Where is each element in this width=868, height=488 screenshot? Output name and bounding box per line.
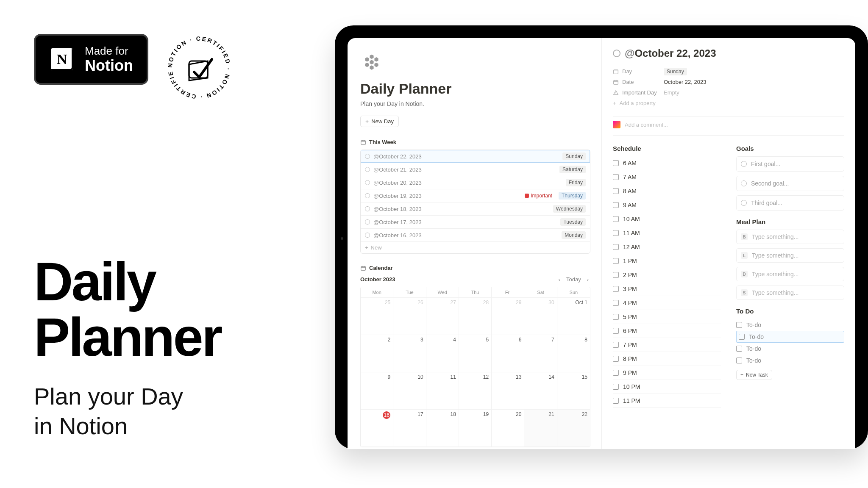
add-property-button[interactable]: +Add a property [613,98,844,108]
calendar-cell[interactable]: 7 [524,335,557,372]
goal-row[interactable]: Third goal... [736,195,844,211]
calendar-cell[interactable]: 22 [557,410,590,447]
schedule-row[interactable]: 1 PM [613,254,721,268]
meal-row[interactable]: BType something... [736,230,844,244]
calendar-cell[interactable]: 26 [393,298,426,335]
calendar-cell[interactable]: 9 [361,372,393,410]
calendar-cell[interactable]: 13 [492,372,524,410]
new-day-button[interactable]: +New Day [360,116,399,127]
week-row[interactable]: @October 18, 2023Wednesday [361,202,590,216]
calendar-cell[interactable]: 15 [557,372,590,410]
property-date[interactable]: Date October 22, 2023 [613,77,844,87]
checkbox-icon[interactable] [613,300,619,306]
goal-row[interactable]: First goal... [736,156,844,172]
meal-row[interactable]: DType something... [736,267,844,281]
calendar-cell[interactable]: 30 [524,298,557,335]
calendar-cell[interactable]: 10 [393,372,426,410]
add-comment-input[interactable]: Add a comment... [613,116,844,136]
checkbox-icon[interactable] [613,258,619,264]
calendar-cell[interactable]: 4 [426,335,459,372]
checkbox-icon[interactable] [613,370,619,376]
calendar-cell[interactable]: 5 [459,335,492,372]
schedule-row[interactable]: 10 PM [613,380,721,394]
todo-row[interactable]: To-do [736,355,844,366]
schedule-row[interactable]: 2 PM [613,268,721,282]
schedule-row[interactable]: 8 AM [613,184,721,198]
schedule-row[interactable]: 9 AM [613,198,721,212]
week-row[interactable]: @October 19, 2023ImportantThursday [361,189,590,202]
checkbox-icon[interactable] [613,216,619,222]
calendar-cell[interactable]: 2 [361,335,393,372]
calendar-cell[interactable]: 11 [426,372,459,410]
new-task-button[interactable]: +New Task [736,370,772,380]
calendar-today-button[interactable]: Today [566,276,581,283]
schedule-row[interactable]: 7 PM [613,338,721,352]
schedule-row[interactable]: 3 PM [613,282,721,296]
property-day[interactable]: Day Sunday [613,66,844,77]
calendar-cell[interactable]: 12 [459,372,492,410]
checkbox-icon[interactable] [613,356,619,362]
calendar-next-button[interactable]: › [585,275,590,283]
property-important-day[interactable]: Important Day Empty [613,87,844,98]
checkbox-icon[interactable] [613,174,619,180]
todo-row[interactable]: To-do [736,319,844,331]
meal-row[interactable]: LType something... [736,248,844,263]
checkbox-icon[interactable] [613,398,619,404]
week-row[interactable]: @October 16, 2023Monday [361,229,590,242]
schedule-row[interactable]: 4 PM [613,296,721,310]
checkbox-icon[interactable] [613,160,619,166]
checkbox-icon[interactable] [613,202,619,208]
new-row-button[interactable]: +New [361,242,590,253]
goal-row[interactable]: Second goal... [736,176,844,191]
calendar-cell[interactable]: 27 [426,298,459,335]
checkbox-icon[interactable] [736,358,742,363]
schedule-row[interactable]: 8 PM [613,352,721,366]
checkbox-icon[interactable] [736,346,742,352]
checkbox-icon[interactable] [613,328,619,334]
schedule-row[interactable]: 9 PM [613,366,721,380]
calendar-cell[interactable]: 19 [459,410,492,447]
calendar-cell[interactable]: 25 [361,298,393,335]
todo-row[interactable]: To-do [736,343,844,355]
meal-row[interactable]: SType something... [736,286,844,300]
checkbox-icon[interactable] [739,334,745,340]
week-row[interactable]: @October 17, 2023Tuesday [361,216,590,229]
page-status-circle-icon[interactable] [613,50,620,57]
checkbox-icon[interactable] [613,244,619,250]
calendar-cell[interactable]: 20 [492,410,524,447]
checkbox-icon[interactable] [613,188,619,194]
calendar-prev-button[interactable]: ‹ [557,275,562,283]
schedule-row[interactable]: 6 PM [613,324,721,338]
week-row[interactable]: @October 21, 2023Saturday [361,163,590,176]
schedule-row[interactable]: 6 AM [613,156,721,170]
calendar-cell[interactable]: 29 [492,298,524,335]
checkbox-icon[interactable] [613,272,619,278]
page-icon[interactable] [360,51,383,74]
checkbox-icon[interactable] [613,314,619,320]
week-row[interactable]: @October 20, 2023Friday [361,176,590,189]
checkbox-icon[interactable] [613,342,619,348]
schedule-row[interactable]: 7 AM [613,170,721,184]
calendar-cell[interactable]: 17 [393,410,426,447]
calendar-cell[interactable]: 6 [492,335,524,372]
calendar-cell[interactable]: 18 [426,410,459,447]
schedule-row[interactable]: 11 PM [613,394,721,408]
checkbox-icon[interactable] [613,384,619,390]
checkbox-icon[interactable] [736,322,742,328]
schedule-row[interactable]: 5 PM [613,310,721,324]
schedule-row[interactable]: 12 AM [613,240,721,254]
calendar-cell[interactable]: 14 [524,372,557,410]
schedule-row[interactable]: 10 AM [613,212,721,226]
calendar-cell[interactable]: Oct 1 [557,298,590,335]
todo-row[interactable]: To-do [736,331,844,343]
calendar-cell[interactable]: 8 [557,335,590,372]
schedule-row[interactable]: 11 AM [613,226,721,240]
checkbox-icon[interactable] [613,230,619,236]
calendar-cell[interactable]: 3 [393,335,426,372]
hero-headline: DailyPlanner [34,254,271,365]
checkbox-icon[interactable] [613,286,619,292]
calendar-cell[interactable]: 16 [361,410,393,447]
calendar-cell[interactable]: 28 [459,298,492,335]
calendar-cell[interactable]: 21 [524,410,557,447]
week-row[interactable]: @October 22, 2023Sunday [361,150,590,163]
